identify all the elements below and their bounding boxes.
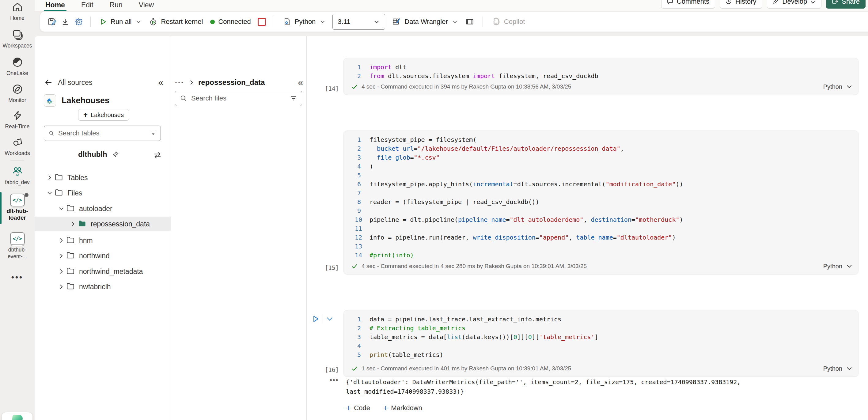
add-code-cell-button[interactable]: + Code xyxy=(346,404,370,412)
sidebar-item-workloads[interactable]: Workloads xyxy=(0,136,35,157)
collapse-panel-icon[interactable]: « xyxy=(298,78,303,87)
chevron-down-icon[interactable] xyxy=(57,205,66,212)
add-lakehouse-button[interactable]: + Lakehouses xyxy=(78,109,129,121)
search-icon xyxy=(180,94,187,102)
folder-icon xyxy=(66,203,75,214)
kernel-language-icon xyxy=(283,18,291,26)
chevron-right-icon[interactable] xyxy=(57,284,66,290)
files-explorer-panel: ··· repossession_data « Repossession-202… xyxy=(171,36,307,420)
chevron-right-icon[interactable] xyxy=(45,174,54,181)
tab-run[interactable]: Run xyxy=(108,0,124,11)
history-button[interactable]: History xyxy=(720,0,762,8)
tree-item-northwind[interactable]: northwind xyxy=(35,249,171,263)
settings-button[interactable] xyxy=(72,17,86,26)
execution-status-text: 4 sec - Command executed in 394 ms by Ra… xyxy=(362,83,571,90)
code-cell-2[interactable]: 1filesystem_pipe = filesystem(2 bucket_u… xyxy=(343,130,859,274)
code-editor[interactable]: 1filesystem_pipe = filesystem(2 bucket_u… xyxy=(344,131,858,261)
rail-divider xyxy=(10,161,24,161)
add-markdown-cell-button[interactable]: + Markdown xyxy=(383,404,422,412)
back-arrow-icon[interactable] xyxy=(44,78,53,87)
cell-more-run-options-icon[interactable] xyxy=(326,315,334,323)
output-actions-ellipsis[interactable]: ••• xyxy=(330,376,339,384)
run-cell-button[interactable] xyxy=(311,315,320,323)
code-editor[interactable]: 1data = pipeline.last_trace.last_extract… xyxy=(344,310,858,361)
data-wrangler-button[interactable]: Data Wrangler xyxy=(388,14,461,30)
kernel-status[interactable]: Connected xyxy=(207,14,254,30)
collapse-panel-icon[interactable]: « xyxy=(158,78,163,87)
gear-icon xyxy=(74,17,83,26)
chevron-down-icon[interactable] xyxy=(45,190,54,196)
tab-edit[interactable]: Edit xyxy=(80,0,95,11)
search-tables-box xyxy=(44,126,161,141)
sidebar-item-home[interactable]: Home xyxy=(0,1,35,22)
tab-view[interactable]: View xyxy=(137,0,155,11)
sidebar-item-onelake[interactable]: OneLake xyxy=(0,56,35,76)
tree-item-hnm[interactable]: hnm xyxy=(35,233,171,248)
python-version-dropdown[interactable]: 3.11 xyxy=(333,14,385,30)
folder-icon xyxy=(54,188,63,198)
tree-item-nwfabriclh[interactable]: nwfabriclh xyxy=(35,280,171,294)
share-button[interactable]: Share xyxy=(826,0,866,8)
cell-language-picker[interactable]: Python xyxy=(823,83,853,90)
connected-status-dot xyxy=(210,20,215,24)
top-right-actions: Comments History Develop Share xyxy=(661,0,866,8)
save-button[interactable] xyxy=(45,17,59,26)
tree-item-tables[interactable]: Tables xyxy=(35,170,171,185)
tree-item-autoloader[interactable]: autoloader xyxy=(35,201,171,216)
restart-kernel-icon xyxy=(149,18,157,26)
chevron-down-icon xyxy=(810,0,816,5)
search-files-input[interactable] xyxy=(191,94,286,102)
fabric-logo-badge[interactable] xyxy=(2,412,32,420)
code-cell-3[interactable]: 1data = pipeline.last_trace.last_extract… xyxy=(343,310,859,377)
notebook-icon: </> xyxy=(10,194,25,206)
chevron-down-icon xyxy=(846,365,853,372)
cell-language-picker[interactable]: Python xyxy=(823,263,853,270)
language-picker[interactable]: Python xyxy=(279,14,330,30)
tab-home[interactable]: Home xyxy=(44,0,66,11)
sidebar-item-fabric-dev[interactable]: fabric_dev xyxy=(0,165,35,186)
rail-more-button[interactable]: ••• xyxy=(0,273,35,282)
code-cell-1[interactable]: 1import dlt2from dlt.sources.filesystem … xyxy=(343,58,859,95)
sidebar-item-label: fabric_dev xyxy=(2,179,33,186)
sidebar-item-label: OneLake xyxy=(2,70,33,76)
stop-session-button[interactable] xyxy=(258,18,266,26)
chevron-right-icon[interactable] xyxy=(57,268,66,274)
chevron-right-icon[interactable] xyxy=(57,237,66,244)
sidebar-item-monitor[interactable]: Monitor xyxy=(0,83,35,103)
chevron-right-icon[interactable] xyxy=(57,253,66,259)
run-all-button[interactable]: Run all xyxy=(96,14,145,30)
back-label[interactable]: All sources xyxy=(58,78,92,87)
sidebar-item-realtime[interactable]: Real-Time xyxy=(0,109,35,130)
tree-item-files[interactable]: Files xyxy=(35,186,171,200)
chevron-right-icon[interactable] xyxy=(68,221,78,227)
tree-item-northwind-metadata[interactable]: northwind_metadata xyxy=(35,264,171,279)
copilot-button[interactable]: Copilot xyxy=(488,14,529,30)
folder-icon xyxy=(66,266,75,277)
monitor-icon xyxy=(11,83,24,96)
lakehouse-pinned-item[interactable]: dlthublh xyxy=(78,150,164,159)
filter-icon[interactable] xyxy=(150,129,156,137)
tree-item-repossession-data[interactable]: repossession_data xyxy=(35,217,171,231)
pin-icon[interactable] xyxy=(112,151,120,158)
switch-lakehouse-icon[interactable] xyxy=(153,151,162,160)
data-wrangler-icon xyxy=(392,17,401,26)
save-icon xyxy=(47,17,56,26)
cell-status-bar: 1 sec - Command executed in 401 ms by Ra… xyxy=(351,363,853,374)
rail-divider xyxy=(10,190,24,190)
code-editor[interactable]: 1import dlt2from dlt.sources.filesystem … xyxy=(344,58,858,82)
filter-icon[interactable] xyxy=(289,94,298,102)
develop-button[interactable]: Develop xyxy=(767,0,822,8)
ribbon-tabs: Home Edit Run View xyxy=(44,0,168,11)
cell-language-picker[interactable]: Python xyxy=(823,365,853,372)
fabric-notebook-app: Home Workspaces OneLake Monitor Real-Tim xyxy=(0,0,868,420)
restart-kernel-button[interactable]: Restart kernel xyxy=(145,14,207,30)
sidebar-item-dlt-hub-loader[interactable]: </> dlt-hub-loader xyxy=(0,194,35,221)
sidebar-item-workspaces[interactable]: Workspaces xyxy=(0,28,35,49)
comments-button[interactable]: Comments xyxy=(661,0,715,8)
breadcrumb-ellipsis[interactable]: ··· xyxy=(175,78,184,87)
sidebar-item-dbthub-event[interactable]: </> dbthub-event-... xyxy=(0,232,35,260)
execution-count: [14] xyxy=(321,85,343,92)
search-tables-input[interactable] xyxy=(58,129,147,137)
presentation-frame-button[interactable] xyxy=(462,17,478,26)
export-download-button[interactable] xyxy=(59,18,72,26)
